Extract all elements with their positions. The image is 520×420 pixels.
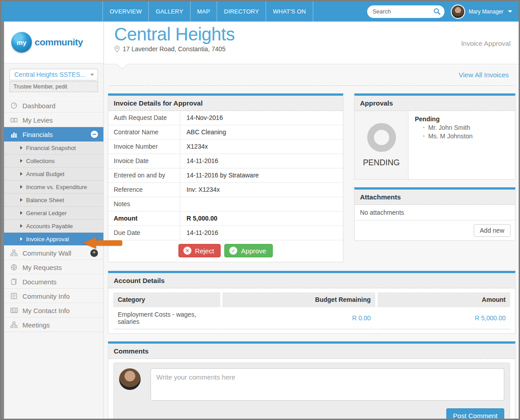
user-avatar[interactable]	[451, 4, 465, 19]
invoice-row-date: Invoice Date14-11-2016	[108, 154, 343, 168]
row-value: 14-Nov-2016	[180, 111, 343, 125]
topbar-right: Mary Manager	[367, 1, 519, 22]
map-pin-icon	[114, 45, 120, 53]
sidebar-item-community-info[interactable]: Community Info	[4, 289, 103, 303]
sidebar-item-label: My Requests	[22, 264, 62, 271]
invoice-row-due-date: Due Date14-11-2016	[108, 226, 343, 240]
sidebar-item-label: Financials	[22, 131, 53, 138]
nav-whats-on[interactable]: WHAT'S ON	[266, 1, 313, 22]
sidebar-item-my-contact-info[interactable]: My Contact Info	[4, 303, 103, 318]
comments-panel-title: Comments	[108, 344, 515, 359]
page-header: Central Heights 17 Lavender Road, Consta…	[104, 22, 519, 64]
search-input[interactable]	[373, 8, 433, 15]
user-role-badge: Trustee Member, pedit	[9, 81, 98, 92]
community-address: 17 Lavender Road, Constantia, 7405	[114, 45, 511, 53]
search-icon[interactable]	[433, 8, 441, 15]
row-value: 14-11-2016	[180, 154, 343, 168]
pending-list-title: Pending	[415, 115, 509, 123]
nav-overview[interactable]: OVERVIEW	[102, 1, 148, 22]
approvals-panel-title: Approvals	[355, 96, 515, 111]
subitem-label: Income vs. Expenditure	[26, 184, 87, 190]
add-new-attachment-button[interactable]: Add new	[474, 224, 511, 237]
topbar: OVERVIEW GALLERY MAP DIRECTORY WHAT'S ON…	[1, 1, 519, 22]
pending-approver: Mr. John Smith	[423, 124, 509, 132]
current-page-label: Invoice Approval	[461, 40, 511, 47]
invoice-actions: ✕Reject ✓Approve	[108, 240, 343, 262]
user-menu-caret-icon[interactable]	[508, 10, 512, 13]
col-category: Category	[113, 292, 220, 307]
sidebar-item-label: Community Info	[22, 292, 70, 300]
pending-approvers-cell: Pending Mr. John Smith Ms. M Johnston	[409, 111, 515, 179]
sidebar-subitem-income-vs-expenditure[interactable]: Income vs. Expenditure	[4, 181, 103, 194]
row-value: ABC Cleaning	[180, 125, 343, 139]
sidebar-subitem-annual-budget[interactable]: Annual Budget	[4, 168, 103, 181]
sidebar-subitem-general-ledger[interactable]: General Ledger	[4, 207, 103, 220]
nav-gallery[interactable]: GALLERY	[148, 1, 190, 22]
sidebar-item-label: Documents	[22, 278, 57, 286]
financials-submenu: Financial Snapshot Collections Annual Bu…	[4, 141, 103, 246]
logo[interactable]: my community	[4, 22, 103, 63]
dashboard-icon	[10, 102, 18, 109]
sidebar-item-financials[interactable]: Financials	[4, 127, 103, 141]
subitem-label: Financial Snapshot	[26, 145, 76, 151]
sidebar-item-my-requests[interactable]: My Requests	[4, 260, 103, 274]
sidebar-item-label: Dashboard	[22, 102, 55, 110]
select-caret-icon	[90, 74, 94, 76]
sidebar-subitem-accounts-payable[interactable]: Accounts Payable	[4, 220, 103, 233]
caret-right-icon	[20, 237, 22, 241]
community-wall-icon	[10, 249, 18, 256]
sidebar-item-documents[interactable]: Documents	[4, 274, 103, 289]
levies-icon	[10, 116, 18, 124]
nav-directory[interactable]: DIRECTORY	[217, 1, 266, 22]
post-comment-button[interactable]: Post Comment	[446, 408, 504, 419]
account-details-panel: Account Details Category Budget Remainin…	[108, 271, 516, 334]
sidebar-item-label: My Levies	[22, 116, 53, 124]
content-area: View All Invoices Invoice Details for Ap…	[104, 64, 519, 419]
comment-input[interactable]	[151, 368, 504, 401]
caret-right-icon	[20, 185, 22, 189]
approve-button[interactable]: ✓Approve	[224, 244, 273, 257]
row-label: Entered on and by	[108, 168, 180, 182]
financials-icon	[10, 131, 18, 138]
sidebar-item-dashboard[interactable]: Dashboard	[4, 98, 103, 113]
row-label: Invoice Number	[108, 140, 180, 154]
community-select[interactable]: Central Heights SSTES...	[9, 69, 98, 80]
add-post-plus-icon[interactable]: +	[90, 249, 98, 257]
sidebar-item-my-levies[interactable]: My Levies	[4, 113, 103, 127]
approve-check-icon: ✓	[229, 247, 237, 255]
address-text: 17 Lavender Road, Constantia, 7405	[123, 45, 226, 53]
user-name[interactable]: Mary Manager	[469, 9, 503, 15]
sidebar-menu: Dashboard My Levies Financials Financial…	[4, 98, 103, 332]
search-box[interactable]	[367, 5, 444, 18]
invoice-row-notes: Notes	[108, 197, 343, 212]
cell-category: Employment Costs - wages, salaries	[113, 307, 220, 329]
subitem-label: Annual Budget	[26, 171, 64, 177]
reject-button[interactable]: ✕Reject	[178, 244, 221, 257]
sidebar: my community Central Heights SSTES... Tr…	[1, 22, 104, 419]
comment-compose-box: Post Comment	[113, 363, 510, 419]
sidebar-subitem-collections[interactable]: Collections	[4, 155, 103, 168]
annotation-arrow	[83, 237, 122, 249]
pending-approver: Ms. M Johnston	[423, 132, 509, 141]
invoice-panel-title: Invoice Details for Approval	[108, 96, 343, 111]
sidebar-subitem-financial-snapshot[interactable]: Financial Snapshot	[4, 141, 103, 155]
main-content: Central Heights 17 Lavender Road, Consta…	[104, 22, 519, 419]
row-value: Inv: X1234x	[180, 183, 343, 197]
cell-amount: R 5,000.00	[375, 307, 510, 329]
nav-map[interactable]: MAP	[190, 1, 217, 22]
top-navigation: OVERVIEW GALLERY MAP DIRECTORY WHAT'S ON	[102, 1, 313, 22]
col-amount: Amount	[375, 292, 510, 307]
row-label: Reference	[108, 183, 180, 197]
documents-icon	[10, 278, 18, 285]
subitem-label: Balance Sheet	[26, 197, 64, 203]
requests-icon	[10, 264, 18, 271]
collapse-minus-icon[interactable]	[91, 131, 98, 138]
subitem-label: Collections	[26, 158, 55, 164]
invoice-details-panel: Invoice Details for Approval Auth Reques…	[108, 93, 343, 262]
sidebar-subitem-balance-sheet[interactable]: Balance Sheet	[4, 194, 103, 207]
row-label: Notes	[108, 197, 180, 211]
attachments-panel: Attachments No attachments Add new	[354, 187, 516, 241]
view-all-invoices-link[interactable]: View All Invoices	[459, 71, 509, 79]
sidebar-item-meetings[interactable]: Meetings	[4, 318, 103, 332]
account-details-title: Account Details	[108, 273, 515, 288]
